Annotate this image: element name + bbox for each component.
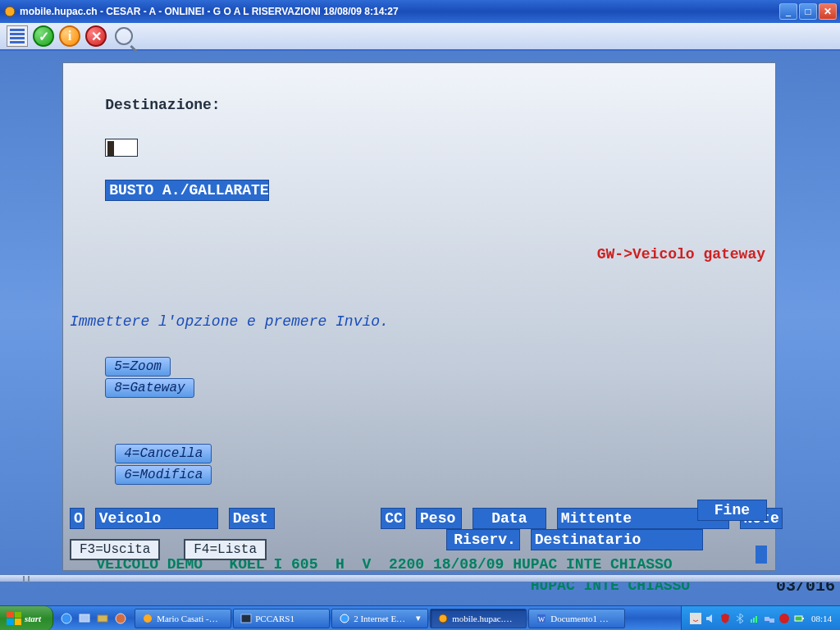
col-o: O xyxy=(70,508,84,529)
start-label: start xyxy=(25,614,41,623)
svg-point-8 xyxy=(439,614,447,623)
toolbar: ✓ i ✕ xyxy=(0,23,840,51)
cancel-icon[interactable]: ✕ xyxy=(85,25,107,47)
start-button[interactable]: start xyxy=(0,606,53,631)
svg-point-4 xyxy=(116,614,126,623)
info-icon[interactable]: i xyxy=(59,25,80,47)
col-riserv: Riserv. xyxy=(446,529,520,550)
col-veicolo: Veicolo xyxy=(95,508,218,529)
svg-point-18 xyxy=(779,614,789,623)
svg-rect-17 xyxy=(769,619,774,623)
task-item-active[interactable]: mobile.hupac.… xyxy=(430,609,527,628)
task-item[interactable]: W Documento1 … xyxy=(528,609,625,628)
terminal-icon xyxy=(240,613,252,624)
window-titlebar: mobile.hupac.ch - CESAR - A - ONLINEI - … xyxy=(0,0,840,23)
svg-rect-14 xyxy=(753,618,755,623)
window-title: mobile.hupac.ch - CESAR - A - ONLINEI - … xyxy=(20,6,779,17)
gateway-note: GW->Veicolo gateway xyxy=(597,246,765,262)
svg-rect-19 xyxy=(795,616,802,621)
svg-rect-20 xyxy=(802,618,804,619)
minimize-button[interactable]: _ xyxy=(779,3,797,20)
word-icon: W xyxy=(536,613,547,624)
f3-button[interactable]: F3=Uscita xyxy=(70,539,160,560)
taskbar: start Mario Casati -… PCCARS1 2 Internet… xyxy=(0,605,840,630)
network-icon[interactable] xyxy=(764,613,775,624)
svg-rect-6 xyxy=(241,614,251,623)
clock[interactable]: 08:14 xyxy=(811,614,832,623)
quicklaunch xyxy=(53,612,134,625)
splitter-bar[interactable] xyxy=(0,574,840,582)
svg-rect-2 xyxy=(80,614,89,622)
system-tray[interactable]: 08:14 xyxy=(681,606,840,631)
svg-rect-11 xyxy=(690,613,701,624)
wifi-icon[interactable] xyxy=(749,613,760,624)
java-icon[interactable] xyxy=(690,613,701,624)
bluetooth-icon[interactable] xyxy=(734,613,746,624)
terminal-panel: Destinazione: BUSTO A./GALLARATE GW->Vei… xyxy=(62,62,776,571)
app-icon xyxy=(3,5,16,18)
svg-rect-13 xyxy=(751,619,752,623)
svg-marker-12 xyxy=(706,614,712,623)
volume-icon[interactable] xyxy=(705,613,716,624)
ie-icon[interactable] xyxy=(60,612,73,625)
ok-icon[interactable]: ✓ xyxy=(33,25,54,47)
media-icon[interactable] xyxy=(114,612,127,625)
windows-logo-icon xyxy=(7,612,21,625)
maximize-button[interactable]: □ xyxy=(799,3,817,20)
svg-rect-16 xyxy=(765,617,769,621)
col-destinatario: Destinatario xyxy=(531,529,703,550)
option-cancella[interactable]: 4=Cancella xyxy=(115,444,212,463)
location-value: BUSTO A./GALLARATE xyxy=(105,180,269,201)
col-data: Data xyxy=(472,508,546,529)
svg-point-7 xyxy=(340,614,349,623)
search-icon[interactable] xyxy=(115,27,133,45)
battery-icon[interactable] xyxy=(793,613,805,624)
col-peso: Peso xyxy=(416,508,462,529)
app-icon xyxy=(437,613,449,624)
shield-icon[interactable] xyxy=(719,613,731,624)
task-item[interactable]: PCCARS1 xyxy=(233,609,330,628)
col-cc: CC xyxy=(381,508,405,529)
prompt-text: Immettere l'opzione e premere Invio. xyxy=(70,311,769,332)
option-gateway[interactable]: 8=Gateway xyxy=(105,378,194,398)
svg-point-1 xyxy=(62,614,71,623)
svg-point-0 xyxy=(5,7,15,16)
svg-rect-3 xyxy=(98,615,107,622)
desktop-icon[interactable] xyxy=(78,612,91,625)
svg-rect-15 xyxy=(756,616,757,623)
ie-icon xyxy=(339,613,350,624)
msn-icon xyxy=(142,613,153,624)
av-icon[interactable] xyxy=(778,613,790,624)
task-item[interactable]: Mario Casati -… xyxy=(135,609,231,628)
document-icon[interactable] xyxy=(7,25,28,47)
option-zoom[interactable]: 5=Zoom xyxy=(105,357,171,377)
fine-button[interactable]: Fine xyxy=(697,500,767,521)
task-item[interactable]: 2 Internet E…▾ xyxy=(331,609,428,628)
destination-input[interactable] xyxy=(105,139,138,157)
option-modifica[interactable]: 6=Modifica xyxy=(115,465,212,485)
outlook-icon[interactable] xyxy=(96,612,109,625)
cursor-indicator xyxy=(756,546,767,564)
f4-button[interactable]: F4=Lista xyxy=(184,539,267,560)
svg-point-5 xyxy=(144,614,152,623)
svg-text:W: W xyxy=(538,615,546,623)
col-dest: Dest xyxy=(229,508,275,529)
destination-label: Destinazione: xyxy=(105,97,220,113)
close-button[interactable]: ✕ xyxy=(819,3,837,20)
